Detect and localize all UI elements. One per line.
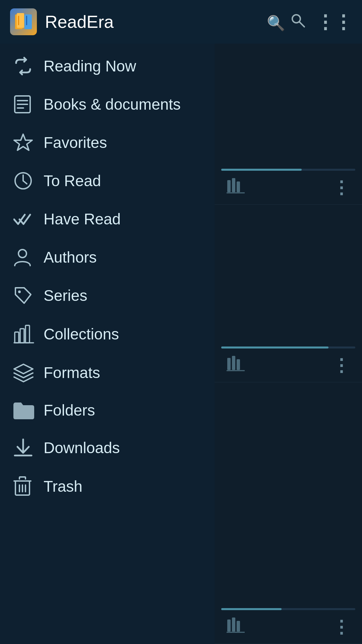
svg-rect-38: [227, 620, 231, 632]
content-area: ⋮ ⋮: [215, 44, 362, 644]
svg-rect-40: [237, 621, 240, 632]
library-icon[interactable]: [227, 355, 333, 375]
svg-line-15: [23, 181, 27, 184]
book-card-footer: ⋮: [221, 171, 355, 204]
book-card-footer: ⋮: [221, 348, 355, 382]
svg-rect-20: [25, 325, 29, 343]
svg-rect-39: [232, 618, 235, 632]
collections-icon: [13, 324, 40, 344]
sidebar-item-label-downloads: Downloads: [44, 439, 120, 457]
sidebar-item-downloads[interactable]: Downloads: [0, 429, 215, 467]
sidebar-item-label-favorites: Favorites: [44, 133, 107, 152]
svg-rect-34: [227, 358, 231, 370]
header-actions: ⋮: [267, 11, 352, 33]
folder-icon: [13, 401, 40, 419]
svg-marker-22: [14, 364, 33, 374]
more-icon[interactable]: ⋮: [333, 617, 350, 637]
sidebar-item-collections[interactable]: Collections: [0, 315, 215, 354]
sidebar-item-label-formats: Formats: [44, 364, 100, 382]
person-icon: [13, 248, 40, 267]
sidebar-item-books-documents[interactable]: Books & documents: [0, 85, 215, 123]
book-card: ⋮: [215, 205, 362, 382]
svg-point-6: [292, 15, 300, 23]
main-layout: Reading Now Books & documents Favorit: [0, 44, 362, 644]
svg-point-17: [18, 290, 21, 293]
sidebar-item-label-folders: Folders: [44, 401, 95, 419]
library-icon[interactable]: [227, 617, 333, 637]
more-icon[interactable]: ⋮: [333, 177, 350, 198]
sidebar-item-to-read[interactable]: To Read: [0, 162, 215, 200]
svg-rect-2: [18, 16, 19, 25]
svg-rect-30: [227, 180, 231, 192]
svg-marker-12: [14, 134, 32, 150]
sidebar-item-formats[interactable]: Formats: [0, 354, 215, 392]
book-card-footer: ⋮: [221, 610, 355, 644]
sidebar-item-trash[interactable]: Trash: [0, 467, 215, 506]
download-icon: [13, 438, 40, 458]
library-icon[interactable]: [227, 177, 333, 198]
layers-icon: [13, 363, 40, 382]
sidebar-item-folders[interactable]: Folders: [0, 392, 215, 429]
repeat-icon: [13, 56, 40, 76]
sidebar-item-authors[interactable]: Authors: [0, 238, 215, 276]
navigation-drawer: Reading Now Books & documents Favorit: [0, 44, 215, 644]
app-logo: [10, 8, 37, 35]
sidebar-item-label-series: Series: [44, 286, 87, 305]
svg-rect-1: [17, 13, 24, 28]
double-check-icon: [13, 209, 40, 229]
svg-rect-4: [24, 14, 32, 29]
sidebar-item-label-to-read: To Read: [44, 172, 101, 190]
sidebar-item-label-reading-now: Reading Now: [44, 57, 136, 75]
sidebar-item-label-trash: Trash: [44, 477, 82, 495]
svg-rect-5: [26, 16, 27, 25]
svg-rect-18: [15, 332, 19, 343]
trash-icon: [13, 476, 40, 496]
star-icon: [13, 133, 40, 152]
svg-rect-32: [237, 181, 240, 192]
sidebar-item-series[interactable]: Series: [0, 276, 215, 315]
more-icon[interactable]: ⋮: [333, 355, 350, 375]
svg-point-16: [18, 250, 26, 258]
sidebar-item-label-books-documents: Books & documents: [44, 95, 181, 113]
sidebar-item-favorites[interactable]: Favorites: [0, 123, 215, 162]
svg-rect-19: [20, 329, 24, 343]
svg-rect-31: [232, 178, 235, 192]
svg-rect-35: [232, 356, 235, 370]
search-icon[interactable]: [267, 12, 306, 32]
app-title: ReadEra: [45, 12, 267, 32]
sidebar-item-have-read[interactable]: Have Read: [0, 200, 215, 238]
clock-icon: [13, 171, 40, 191]
book-card: ⋮: [215, 44, 362, 205]
svg-line-7: [300, 22, 304, 27]
document-icon: [13, 95, 40, 114]
more-options-icon[interactable]: ⋮: [316, 11, 352, 33]
book-card: ⋮: [215, 382, 362, 644]
svg-rect-36: [237, 359, 240, 370]
sidebar-item-label-authors: Authors: [44, 248, 97, 266]
sidebar-item-label-collections: Collections: [44, 325, 119, 343]
sidebar-item-label-have-read: Have Read: [44, 210, 121, 228]
sidebar-item-reading-now[interactable]: Reading Now: [0, 47, 215, 85]
tag-icon: [13, 286, 40, 305]
app-header: ReadEra ⋮: [0, 0, 362, 44]
